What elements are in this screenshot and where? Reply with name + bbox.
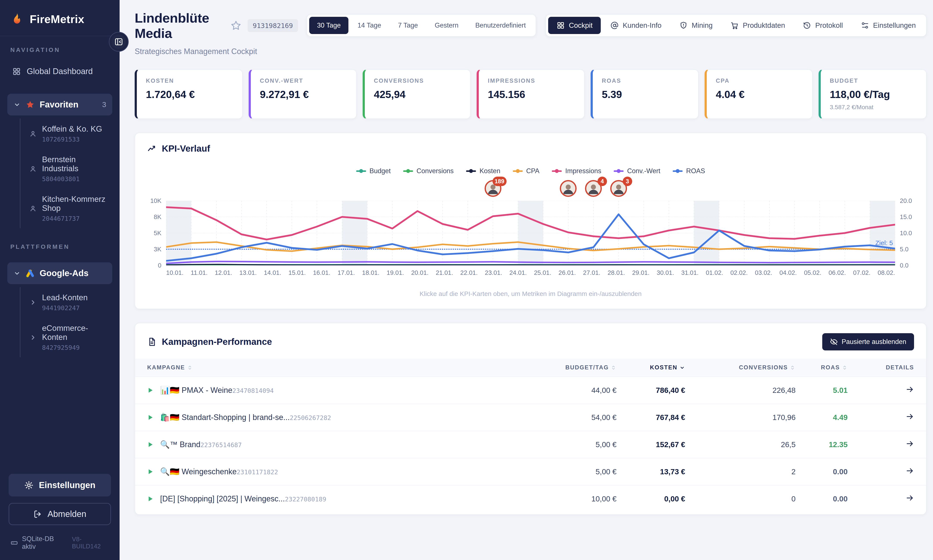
legend-label: Impressions	[565, 167, 601, 175]
x-axis-tick: 17.01.	[337, 269, 355, 276]
kpi-card-conversions[interactable]: CONVERSIONS425,94	[363, 69, 471, 119]
column-header-budget-tag[interactable]: BUDGET/TAG	[517, 358, 617, 377]
annotation-badge: 3	[623, 177, 632, 186]
page-header: Lindenblüte Media 9131982169 Strategisch…	[135, 10, 927, 56]
annotation-badge: 189	[493, 177, 507, 186]
time-tab-gestern[interactable]: Gestern	[427, 17, 466, 34]
tab-protokoll[interactable]: Protokoll	[794, 17, 851, 34]
y-axis-tick: 8K	[154, 214, 162, 220]
favorite-name: Koffein & Ko. KG	[42, 125, 102, 134]
tab-kunden-info[interactable]: Kunden-Info	[602, 17, 670, 34]
table-header-row: KAMPAGNEBUDGET/TAGKOSTENCONVERSIONSROASD…	[135, 358, 926, 377]
sliders-icon	[861, 21, 869, 30]
tab-produktdaten[interactable]: Produktdaten	[722, 17, 793, 34]
platform-account-item[interactable]: eCommerce-Konten8427925949	[29, 318, 112, 357]
kpi-card-impressions[interactable]: IMPRESSIONS145.156	[477, 69, 585, 119]
tab-mining[interactable]: Mining	[671, 17, 721, 34]
kpi-card-roas[interactable]: ROAS5.39	[591, 69, 699, 119]
history-icon	[803, 21, 811, 30]
google-ads-icon	[25, 269, 35, 278]
flame-logo-icon	[10, 12, 24, 26]
column-header-kampagne[interactable]: KAMPAGNE	[135, 358, 517, 377]
campaign-details-button[interactable]	[905, 466, 914, 475]
kpi-card-conv-wert[interactable]: CONV.-WERT9.272,91 €	[249, 69, 357, 119]
campaign-details-button[interactable]	[905, 494, 914, 502]
kpi-card-budget[interactable]: BUDGET118,00 €/Tag3.587,2 €/Monat	[819, 69, 927, 119]
legend-item-conv-wert[interactable]: Conv.-Wert	[614, 167, 660, 175]
favorite-item[interactable]: Koffein & Ko. KG1072691533	[29, 118, 112, 149]
annotation-avatar[interactable]: 4	[585, 180, 602, 197]
legend-label: Conversions	[417, 167, 454, 175]
kpi-value: 118,00 €/Tag	[830, 89, 917, 100]
campaign-details-button[interactable]	[905, 412, 914, 421]
annotation-avatar[interactable]: 3	[610, 180, 627, 197]
logout-button[interactable]: Abmelden	[9, 503, 111, 525]
settings-button[interactable]: Einstellungen	[9, 474, 111, 497]
hide-paused-button[interactable]: Pausierte ausblenden	[822, 333, 914, 351]
column-header-conversions[interactable]: CONVERSIONS	[685, 358, 796, 377]
y-axis-tick: 0.0	[900, 262, 908, 269]
file-text-icon	[147, 337, 157, 346]
favorite-item[interactable]: Kitchen-Kommerz Shop2044671737	[29, 189, 112, 228]
db-status-text: SQLite-DB aktiv	[22, 535, 68, 551]
column-header-kosten[interactable]: KOSTEN	[616, 358, 685, 377]
time-tab-benutzerdefiniert[interactable]: Benutzerdefiniert	[468, 17, 534, 34]
cell-roas: 0.00	[796, 485, 848, 512]
x-axis-tick: 02.02.	[730, 269, 748, 276]
sidebar-collapse-button[interactable]	[109, 32, 129, 52]
legend-item-roas[interactable]: ROAS	[673, 167, 705, 175]
campaign-active-icon	[146, 441, 154, 448]
kpi-value: 4.04 €	[716, 89, 803, 100]
platform-account-item[interactable]: Lead-Konten9441902247	[29, 287, 112, 318]
column-header-roas[interactable]: ROAS	[796, 358, 848, 377]
campaign-name: [DE] [Shopping] [2025] | Weingesc...	[160, 494, 285, 503]
nav-section-label: NAVIGATION	[7, 46, 112, 54]
build-version: V8-BUILD142	[72, 536, 109, 550]
platform-accounts-list: Lead-Konten9441902247eCommerce-Konten842…	[20, 287, 112, 357]
shield-icon	[679, 21, 688, 30]
kpi-card-kosten[interactable]: KOSTEN1.720,64 €	[135, 69, 243, 119]
campaign-active-icon	[146, 468, 154, 475]
sidebar-nav: NAVIGATION Global Dashboard Favoriten 3 …	[0, 36, 120, 468]
cell-budget: 10,00 €	[517, 485, 617, 512]
platform-google-ads-header[interactable]: Google-Ads	[7, 262, 112, 284]
chart-legend: BudgetConversionsKostenCPAImpressionsCon…	[147, 167, 914, 175]
campaign-details-button[interactable]	[905, 439, 914, 448]
x-axis-tick: 28.01.	[608, 269, 625, 276]
cell-roas: 5.01	[796, 377, 848, 404]
table-row: [DE] [Shopping] [2025] | Weingesc...2322…	[135, 485, 926, 512]
annotation-avatar[interactable]: 189	[485, 180, 501, 197]
legend-item-conversions[interactable]: Conversions	[403, 167, 454, 175]
sidebar-item-global-dashboard[interactable]: Global Dashboard	[7, 61, 112, 82]
account-name: Lead-Konten	[42, 293, 88, 302]
annotation-avatar[interactable]	[560, 180, 577, 197]
x-axis-tick: 14.01.	[264, 269, 282, 276]
legend-item-cpa[interactable]: CPA	[513, 167, 539, 175]
chart-plot-area: Ziel: 5 18943	[166, 201, 895, 265]
favorite-item[interactable]: Bernstein Industrials5804003801	[29, 149, 112, 189]
cell-kosten: 786,40 €	[616, 377, 685, 404]
time-tab-7-tage[interactable]: 7 Tage	[390, 17, 426, 34]
time-tab-14-tage[interactable]: 14 Tage	[350, 17, 389, 34]
logout-label: Abmelden	[48, 509, 86, 519]
campaign-id: 22376514687	[200, 442, 242, 449]
x-axis-tick: 30.01.	[657, 269, 674, 276]
campaign-details-button[interactable]	[905, 385, 914, 394]
kpi-card-cpa[interactable]: CPA4.04 €	[705, 69, 813, 119]
tab-einstellungen[interactable]: Einstellungen	[852, 17, 924, 34]
favorites-group-header[interactable]: Favoriten 3	[7, 94, 112, 115]
tab-label: Mining	[692, 22, 713, 29]
cell-kosten: 13,73 €	[616, 458, 685, 485]
legend-label: Budget	[370, 167, 391, 175]
star-outline-icon[interactable]	[230, 20, 242, 31]
tab-cockpit[interactable]: Cockpit	[548, 17, 601, 34]
sort-both-icon	[610, 365, 616, 371]
kpi-value: 5.39	[602, 89, 689, 100]
tab-label: Kunden-Info	[623, 22, 662, 29]
campaign-name: 📊🇩🇪 PMAX - Weine	[160, 386, 232, 395]
legend-item-budget[interactable]: Budget	[356, 167, 391, 175]
time-tab-30-tage[interactable]: 30 Tage	[309, 17, 348, 34]
sort-both-icon	[790, 365, 796, 371]
legend-item-impressions[interactable]: Impressions	[552, 167, 601, 175]
legend-item-kosten[interactable]: Kosten	[466, 167, 500, 175]
